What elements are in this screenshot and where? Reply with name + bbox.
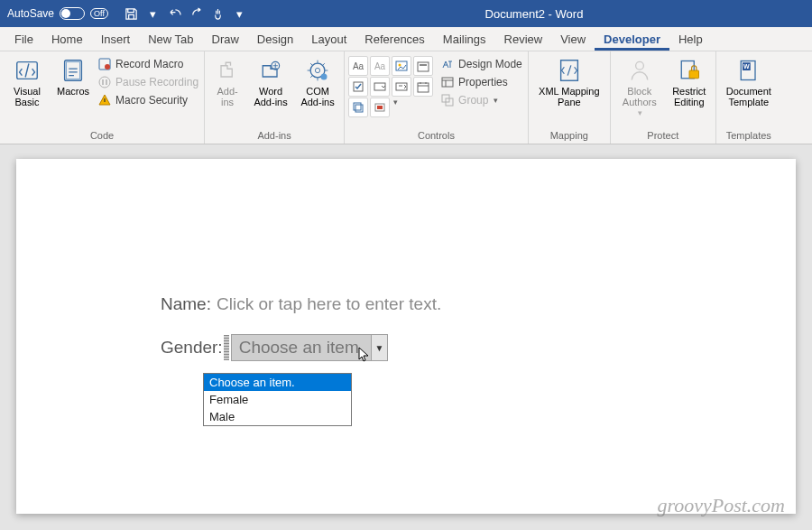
control-date[interactable] bbox=[413, 77, 433, 97]
gender-label: Gender: bbox=[161, 338, 223, 358]
autosave-toggle[interactable] bbox=[60, 7, 85, 20]
legacy-dropdown-icon[interactable]: ▾ bbox=[392, 98, 398, 117]
chevron-down-icon: ▼ bbox=[375, 343, 384, 353]
workspace: Name: Click or tap here to enter text. G… bbox=[0, 144, 812, 530]
svg-rect-1 bbox=[65, 60, 82, 81]
block-authors-icon bbox=[625, 56, 654, 85]
quick-access-toolbar: ▾ ▾ bbox=[115, 6, 256, 21]
group-templates: W Document Template Templates bbox=[716, 51, 781, 144]
dropdown-option-male[interactable]: Male bbox=[204, 408, 351, 425]
redo-icon[interactable] bbox=[189, 6, 204, 21]
tab-view[interactable]: View bbox=[551, 29, 595, 51]
block-authors-button: Block Authors ▾ bbox=[614, 54, 665, 119]
menu-tabs: File Home Insert New Tab Draw Design Lay… bbox=[0, 27, 812, 51]
svg-rect-16 bbox=[396, 83, 407, 90]
group-mapping-label: Mapping bbox=[532, 128, 606, 144]
document-title: Document2 - Word bbox=[256, 7, 812, 21]
addins-button: Add- ins bbox=[208, 54, 246, 109]
autosave-state: Off bbox=[90, 8, 108, 19]
control-rich-text[interactable]: Aa bbox=[348, 56, 368, 76]
design-mode-icon bbox=[440, 57, 455, 71]
form-row-gender: Gender: Choose an item. ▼ bbox=[161, 334, 651, 361]
visual-basic-button[interactable]: Visual Basic bbox=[4, 54, 51, 109]
svg-point-8 bbox=[315, 68, 319, 72]
group-addins: Add- ins Word Add-ins COM Add-ins Add-in… bbox=[205, 51, 345, 144]
control-building-block[interactable] bbox=[413, 56, 433, 76]
document-template-label: Document Template bbox=[726, 86, 771, 107]
qat-more-icon[interactable]: ▾ bbox=[233, 6, 247, 21]
svg-rect-22 bbox=[442, 78, 453, 87]
undo-icon[interactable] bbox=[168, 6, 182, 21]
document-page: Name: Click or tap here to enter text. G… bbox=[16, 159, 796, 514]
addins-icon bbox=[213, 56, 242, 85]
group-label-text: Group bbox=[458, 94, 488, 107]
gender-dropdown-list: Choose an item. Female Male bbox=[203, 373, 352, 426]
svg-point-11 bbox=[399, 64, 401, 67]
pause-recording-button: Pause Recording bbox=[96, 74, 200, 90]
control-combobox[interactable] bbox=[370, 77, 390, 97]
gender-dropdown-control[interactable]: Choose an item. ▼ bbox=[231, 334, 388, 361]
dropdown-option-placeholder[interactable]: Choose an item. bbox=[204, 374, 351, 391]
svg-rect-17 bbox=[418, 83, 429, 92]
tab-draw[interactable]: Draw bbox=[203, 29, 248, 51]
control-repeating[interactable] bbox=[348, 98, 368, 117]
dropdown-option-female[interactable]: Female bbox=[204, 391, 351, 408]
title-bar: AutoSave Off ▾ ▾ Document2 - Word bbox=[0, 0, 812, 27]
tab-review[interactable]: Review bbox=[495, 29, 552, 51]
tab-design[interactable]: Design bbox=[248, 29, 302, 51]
macro-security-button[interactable]: Macro Security bbox=[96, 92, 200, 108]
visual-basic-label: Visual Basic bbox=[14, 86, 41, 107]
tab-mailings[interactable]: Mailings bbox=[434, 29, 495, 51]
tab-help[interactable]: Help bbox=[669, 29, 712, 51]
tab-file[interactable]: File bbox=[5, 29, 42, 51]
tab-layout[interactable]: Layout bbox=[302, 29, 355, 51]
macro-security-label: Macro Security bbox=[115, 94, 188, 107]
control-plain-text[interactable]: Aa bbox=[370, 56, 390, 76]
svg-rect-13 bbox=[420, 64, 427, 66]
tab-references[interactable]: References bbox=[355, 29, 433, 51]
document-template-button[interactable]: W Document Template bbox=[720, 54, 778, 109]
qat-dropdown-icon[interactable]: ▾ bbox=[146, 6, 161, 21]
group-protect: Block Authors ▾ Restrict Editing Protect bbox=[611, 51, 716, 144]
save-icon[interactable] bbox=[125, 6, 139, 21]
macros-icon bbox=[59, 56, 88, 85]
group-mapping: XML Mapping Pane Mapping bbox=[529, 51, 611, 144]
name-text-control[interactable]: Click or tap here to enter text. bbox=[217, 294, 441, 314]
content-control-handle[interactable] bbox=[224, 335, 229, 360]
control-legacy[interactable] bbox=[370, 98, 390, 117]
svg-rect-2 bbox=[67, 62, 80, 79]
tab-new-tab[interactable]: New Tab bbox=[139, 29, 202, 51]
xml-mapping-label: XML Mapping Pane bbox=[539, 86, 599, 107]
form-row-name: Name: Click or tap here to enter text. bbox=[161, 294, 651, 314]
pause-icon bbox=[97, 75, 112, 89]
svg-rect-18 bbox=[354, 103, 361, 110]
group-code-label: Code bbox=[4, 128, 200, 144]
autosave-label: AutoSave bbox=[7, 7, 54, 20]
restrict-editing-icon bbox=[675, 56, 704, 85]
group-templates-label: Templates bbox=[720, 128, 778, 144]
word-addins-button[interactable]: Word Add-ins bbox=[248, 54, 293, 109]
tab-home[interactable]: Home bbox=[42, 29, 92, 51]
com-addins-button[interactable]: COM Add-ins bbox=[295, 54, 340, 109]
autosave-container: AutoSave Off bbox=[0, 7, 115, 20]
design-mode-label: Design Mode bbox=[458, 58, 522, 70]
touch-mode-icon[interactable] bbox=[211, 6, 226, 21]
control-dropdown[interactable] bbox=[392, 77, 411, 97]
group-protect-label: Protect bbox=[614, 128, 712, 144]
restrict-editing-button[interactable]: Restrict Editing bbox=[667, 54, 712, 109]
word-addins-icon bbox=[256, 56, 285, 85]
properties-label: Properties bbox=[458, 76, 508, 88]
svg-point-4 bbox=[105, 64, 110, 70]
record-macro-label: Record Macro bbox=[115, 58, 183, 70]
record-macro-button[interactable]: Record Macro bbox=[96, 56, 200, 72]
svg-rect-15 bbox=[374, 83, 385, 90]
control-picture[interactable] bbox=[392, 56, 411, 76]
tab-insert[interactable]: Insert bbox=[92, 29, 140, 51]
control-checkbox[interactable] bbox=[348, 77, 368, 97]
dropdown-arrow-button[interactable]: ▼ bbox=[371, 335, 387, 360]
design-mode-button[interactable]: Design Mode bbox=[438, 56, 524, 72]
properties-button[interactable]: Properties bbox=[438, 74, 524, 90]
xml-mapping-button[interactable]: XML Mapping Pane bbox=[532, 54, 606, 109]
macros-button[interactable]: Macros bbox=[52, 54, 94, 98]
tab-developer[interactable]: Developer bbox=[595, 29, 669, 51]
